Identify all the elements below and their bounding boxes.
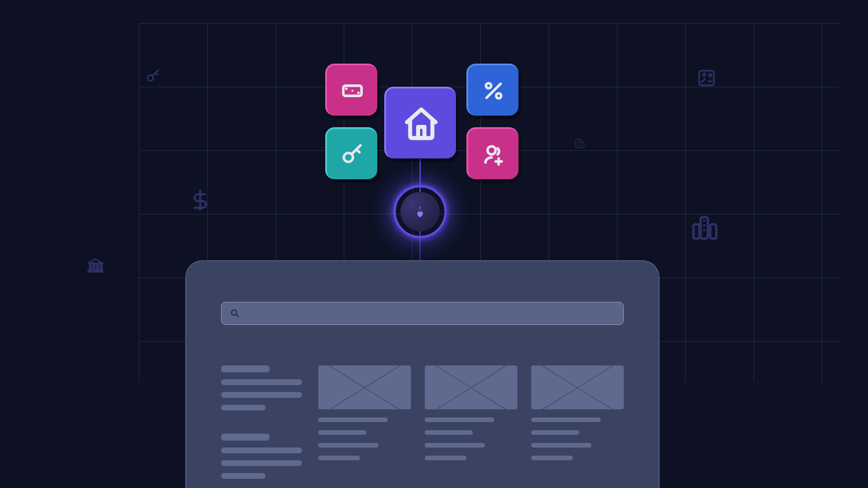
svg-rect-2 — [90, 264, 91, 270]
card-line-skeleton — [531, 417, 601, 422]
svg-point-19 — [487, 146, 495, 154]
home-icon — [402, 105, 440, 143]
sidebar-line-skeleton — [221, 392, 302, 398]
building-outline-icon — [573, 135, 586, 153]
svg-rect-12 — [710, 224, 716, 239]
hub-logo-container — [400, 192, 440, 231]
card-line-skeleton — [318, 443, 378, 448]
bank-icon — [87, 257, 104, 276]
key-tile — [325, 127, 377, 179]
svg-point-15 — [486, 83, 491, 88]
svg-rect-4 — [97, 264, 99, 270]
svg-rect-6 — [89, 271, 103, 272]
app-window-wireframe — [185, 260, 660, 488]
percent-tile — [466, 64, 518, 116]
search-bar[interactable] — [221, 302, 624, 325]
svg-marker-1 — [89, 259, 103, 264]
sidebar-line-skeleton — [221, 473, 266, 479]
sidebar-heading-skeleton — [221, 434, 270, 441]
card-line-skeleton — [318, 456, 360, 460]
svg-point-16 — [496, 93, 501, 98]
svg-point-14 — [351, 90, 354, 92]
card-image-placeholder — [425, 365, 517, 409]
key-icon — [340, 142, 365, 167]
percent-icon — [481, 79, 506, 103]
sidebar-heading-skeleton — [221, 365, 270, 372]
hub-node — [393, 185, 447, 238]
calculator-icon — [697, 68, 716, 90]
dollar-icon — [189, 186, 212, 216]
home-tile — [384, 87, 456, 158]
towers-icon — [690, 212, 719, 246]
svg-rect-17 — [418, 127, 424, 138]
flame-logo-icon — [413, 204, 428, 219]
add-person-icon — [481, 142, 506, 167]
card-item — [318, 365, 411, 479]
card-line-skeleton — [531, 430, 579, 435]
content-row — [221, 365, 624, 479]
sidebar-line-skeleton — [221, 379, 302, 385]
svg-rect-11 — [693, 224, 699, 239]
card-line-skeleton — [531, 456, 573, 460]
cards-row — [318, 365, 624, 479]
sidebar-line-skeleton — [221, 460, 302, 466]
svg-rect-3 — [93, 264, 95, 270]
card-line-skeleton — [425, 443, 485, 448]
sidebar-line-skeleton — [221, 448, 302, 453]
card-line-skeleton — [318, 417, 388, 422]
sidebar-placeholder — [221, 365, 302, 479]
key-icon — [145, 67, 162, 87]
card-image-placeholder — [531, 365, 624, 409]
card-item — [425, 365, 517, 479]
svg-rect-7 — [699, 71, 714, 86]
svg-rect-5 — [101, 264, 102, 270]
card-line-skeleton — [425, 417, 494, 422]
card-line-skeleton — [318, 430, 366, 435]
card-item — [531, 365, 624, 479]
card-line-skeleton — [425, 456, 466, 460]
sidebar-line-skeleton — [221, 405, 266, 411]
add-person-tile — [466, 127, 518, 179]
money-tile — [325, 64, 377, 116]
svg-rect-9 — [581, 142, 584, 147]
search-icon — [230, 308, 240, 319]
card-line-skeleton — [425, 430, 473, 435]
card-line-skeleton — [531, 443, 591, 448]
money-icon — [340, 79, 365, 103]
card-image-placeholder — [318, 365, 411, 409]
